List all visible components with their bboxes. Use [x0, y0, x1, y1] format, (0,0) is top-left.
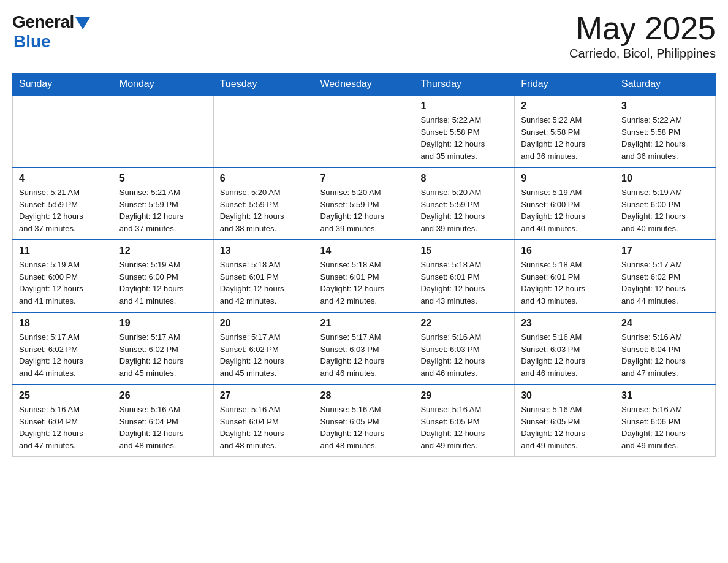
title-section: May 2025 Carriedo, Bicol, Philippines	[569, 12, 716, 61]
day-info: Sunrise: 5:18 AMSunset: 6:01 PMDaylight:…	[521, 259, 609, 307]
calendar-cell: 6Sunrise: 5:20 AMSunset: 5:59 PMDaylight…	[213, 167, 314, 240]
day-number: 20	[220, 318, 308, 329]
calendar-table: Sunday Monday Tuesday Wednesday Thursday…	[12, 73, 716, 457]
day-number: 9	[521, 173, 609, 184]
col-tuesday: Tuesday	[213, 74, 314, 96]
day-number: 2	[521, 101, 609, 112]
day-info: Sunrise: 5:20 AMSunset: 5:59 PMDaylight:…	[420, 186, 508, 234]
calendar-cell: 1Sunrise: 5:22 AMSunset: 5:58 PMDaylight…	[414, 95, 515, 167]
calendar-cell: 15Sunrise: 5:18 AMSunset: 6:01 PMDayligh…	[414, 240, 515, 312]
day-info: Sunrise: 5:19 AMSunset: 6:00 PMDaylight:…	[521, 186, 609, 234]
day-number: 21	[320, 318, 408, 329]
day-number: 28	[320, 390, 408, 401]
day-info: Sunrise: 5:16 AMSunset: 6:05 PMDaylight:…	[521, 404, 609, 451]
logo-general-text: General	[12, 12, 74, 32]
day-info: Sunrise: 5:17 AMSunset: 6:02 PMDaylight:…	[621, 259, 709, 307]
day-number: 25	[19, 390, 107, 401]
day-number: 3	[621, 101, 709, 112]
day-info: Sunrise: 5:21 AMSunset: 5:59 PMDaylight:…	[119, 186, 207, 234]
calendar-cell	[213, 95, 314, 167]
day-number: 24	[621, 318, 709, 329]
calendar-cell	[113, 95, 213, 167]
col-saturday: Saturday	[615, 74, 716, 96]
logo: General Blue	[12, 12, 90, 52]
calendar-cell: 21Sunrise: 5:17 AMSunset: 6:03 PMDayligh…	[314, 312, 414, 385]
col-thursday: Thursday	[414, 74, 515, 96]
day-number: 27	[220, 390, 308, 401]
calendar-cell: 11Sunrise: 5:19 AMSunset: 6:00 PMDayligh…	[13, 240, 113, 312]
week-row-4: 18Sunrise: 5:17 AMSunset: 6:02 PMDayligh…	[13, 312, 716, 385]
day-number: 29	[420, 390, 508, 401]
location-title: Carriedo, Bicol, Philippines	[569, 47, 716, 61]
day-number: 7	[320, 173, 408, 184]
day-info: Sunrise: 5:16 AMSunset: 6:04 PMDaylight:…	[220, 404, 308, 451]
calendar-cell: 9Sunrise: 5:19 AMSunset: 6:00 PMDaylight…	[515, 167, 615, 240]
day-number: 18	[19, 318, 107, 329]
calendar-cell: 14Sunrise: 5:18 AMSunset: 6:01 PMDayligh…	[314, 240, 414, 312]
calendar-cell: 29Sunrise: 5:16 AMSunset: 6:05 PMDayligh…	[414, 385, 515, 457]
day-info: Sunrise: 5:19 AMSunset: 6:00 PMDaylight:…	[119, 259, 207, 307]
day-number: 31	[621, 390, 709, 401]
calendar-cell: 2Sunrise: 5:22 AMSunset: 5:58 PMDaylight…	[515, 95, 615, 167]
calendar-cell	[314, 95, 414, 167]
day-info: Sunrise: 5:22 AMSunset: 5:58 PMDaylight:…	[420, 114, 508, 162]
day-number: 8	[420, 173, 508, 184]
day-info: Sunrise: 5:17 AMSunset: 6:02 PMDaylight:…	[220, 331, 308, 379]
week-row-2: 4Sunrise: 5:21 AMSunset: 5:59 PMDaylight…	[13, 167, 716, 240]
day-info: Sunrise: 5:20 AMSunset: 5:59 PMDaylight:…	[320, 186, 408, 234]
calendar-cell: 19Sunrise: 5:17 AMSunset: 6:02 PMDayligh…	[113, 312, 213, 385]
calendar-cell: 30Sunrise: 5:16 AMSunset: 6:05 PMDayligh…	[515, 385, 615, 457]
month-title: May 2025	[569, 12, 716, 44]
day-number: 10	[621, 173, 709, 184]
day-number: 4	[19, 173, 107, 184]
day-info: Sunrise: 5:18 AMSunset: 6:01 PMDaylight:…	[320, 259, 408, 307]
calendar-cell: 12Sunrise: 5:19 AMSunset: 6:00 PMDayligh…	[113, 240, 213, 312]
day-number: 23	[521, 318, 609, 329]
day-number: 13	[220, 245, 308, 256]
calendar-cell: 25Sunrise: 5:16 AMSunset: 6:04 PMDayligh…	[13, 385, 113, 457]
day-number: 15	[420, 245, 508, 256]
day-number: 26	[119, 390, 207, 401]
calendar-cell	[13, 95, 113, 167]
day-info: Sunrise: 5:18 AMSunset: 6:01 PMDaylight:…	[220, 259, 308, 307]
logo-blue-text: Blue	[13, 32, 51, 52]
col-friday: Friday	[515, 74, 615, 96]
day-number: 30	[521, 390, 609, 401]
day-number: 6	[220, 173, 308, 184]
calendar-cell: 10Sunrise: 5:19 AMSunset: 6:00 PMDayligh…	[615, 167, 716, 240]
day-info: Sunrise: 5:19 AMSunset: 6:00 PMDaylight:…	[621, 186, 709, 234]
calendar-cell: 31Sunrise: 5:16 AMSunset: 6:06 PMDayligh…	[615, 385, 716, 457]
calendar-cell: 4Sunrise: 5:21 AMSunset: 5:59 PMDaylight…	[13, 167, 113, 240]
calendar-cell: 3Sunrise: 5:22 AMSunset: 5:58 PMDaylight…	[615, 95, 716, 167]
calendar-cell: 13Sunrise: 5:18 AMSunset: 6:01 PMDayligh…	[213, 240, 314, 312]
day-info: Sunrise: 5:22 AMSunset: 5:58 PMDaylight:…	[621, 114, 709, 162]
day-info: Sunrise: 5:16 AMSunset: 6:03 PMDaylight:…	[420, 331, 508, 379]
col-sunday: Sunday	[13, 74, 113, 96]
calendar-cell: 5Sunrise: 5:21 AMSunset: 5:59 PMDaylight…	[113, 167, 213, 240]
calendar-cell: 22Sunrise: 5:16 AMSunset: 6:03 PMDayligh…	[414, 312, 515, 385]
day-number: 11	[19, 245, 107, 256]
week-row-5: 25Sunrise: 5:16 AMSunset: 6:04 PMDayligh…	[13, 385, 716, 457]
calendar-cell: 7Sunrise: 5:20 AMSunset: 5:59 PMDaylight…	[314, 167, 414, 240]
day-info: Sunrise: 5:22 AMSunset: 5:58 PMDaylight:…	[521, 114, 609, 162]
calendar-cell: 26Sunrise: 5:16 AMSunset: 6:04 PMDayligh…	[113, 385, 213, 457]
day-info: Sunrise: 5:19 AMSunset: 6:00 PMDaylight:…	[19, 259, 107, 307]
day-info: Sunrise: 5:21 AMSunset: 5:59 PMDaylight:…	[19, 186, 107, 234]
calendar-cell: 27Sunrise: 5:16 AMSunset: 6:04 PMDayligh…	[213, 385, 314, 457]
day-number: 16	[521, 245, 609, 256]
day-info: Sunrise: 5:16 AMSunset: 6:04 PMDaylight:…	[621, 331, 709, 379]
day-number: 17	[621, 245, 709, 256]
week-row-1: 1Sunrise: 5:22 AMSunset: 5:58 PMDaylight…	[13, 95, 716, 167]
logo-triangle-icon	[75, 17, 90, 29]
day-info: Sunrise: 5:17 AMSunset: 6:03 PMDaylight:…	[320, 331, 408, 379]
day-info: Sunrise: 5:16 AMSunset: 6:05 PMDaylight:…	[420, 404, 508, 451]
day-info: Sunrise: 5:17 AMSunset: 6:02 PMDaylight:…	[19, 331, 107, 379]
calendar-cell: 20Sunrise: 5:17 AMSunset: 6:02 PMDayligh…	[213, 312, 314, 385]
calendar-cell: 24Sunrise: 5:16 AMSunset: 6:04 PMDayligh…	[615, 312, 716, 385]
day-info: Sunrise: 5:20 AMSunset: 5:59 PMDaylight:…	[220, 186, 308, 234]
day-number: 14	[320, 245, 408, 256]
day-info: Sunrise: 5:16 AMSunset: 6:05 PMDaylight:…	[320, 404, 408, 451]
day-info: Sunrise: 5:17 AMSunset: 6:02 PMDaylight:…	[119, 331, 207, 379]
day-info: Sunrise: 5:16 AMSunset: 6:06 PMDaylight:…	[621, 404, 709, 451]
calendar-cell: 8Sunrise: 5:20 AMSunset: 5:59 PMDaylight…	[414, 167, 515, 240]
